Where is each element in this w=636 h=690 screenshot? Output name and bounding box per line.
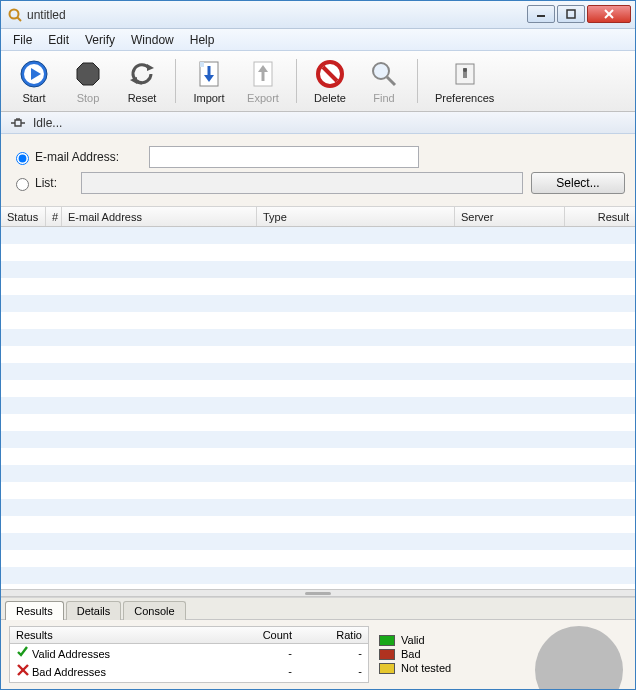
results-panel: Results Count Ratio Valid Addresses - - …	[1, 620, 635, 689]
table-row: Valid Addresses - -	[10, 644, 368, 662]
col-num[interactable]: #	[46, 207, 62, 226]
import-icon	[193, 58, 225, 90]
menu-file[interactable]: File	[5, 31, 40, 49]
app-icon	[7, 7, 23, 23]
maximize-button[interactable]	[557, 5, 585, 23]
window-buttons	[525, 5, 631, 25]
list-radio[interactable]	[16, 178, 29, 191]
delete-button[interactable]: Delete	[307, 55, 353, 107]
search-icon	[368, 58, 400, 90]
play-icon	[18, 58, 50, 90]
legend-not-tested: Not tested	[379, 662, 451, 674]
rt-head-count[interactable]: Count	[228, 627, 298, 643]
swatch-bad	[379, 649, 395, 660]
stop-label: Stop	[77, 92, 100, 104]
row-label: Bad Addresses	[32, 666, 106, 678]
connection-icon	[9, 116, 27, 130]
col-status[interactable]: Status	[1, 207, 46, 226]
stop-icon	[72, 58, 104, 90]
import-label: Import	[193, 92, 224, 104]
list-radio-text: List:	[35, 176, 57, 190]
row-count: -	[228, 646, 298, 660]
email-radio-label[interactable]: E-mail Address:	[11, 149, 131, 165]
preferences-label: Preferences	[435, 92, 494, 104]
swatch-not-tested	[379, 663, 395, 674]
reset-button[interactable]: Reset	[119, 55, 165, 107]
svg-marker-13	[200, 62, 204, 67]
grid-body[interactable]	[1, 227, 635, 589]
legend-bad: Bad	[379, 648, 451, 660]
svg-line-1	[18, 17, 22, 21]
tab-details[interactable]: Details	[66, 601, 122, 620]
col-email[interactable]: E-mail Address	[62, 207, 257, 226]
toolbar-separator	[296, 59, 297, 103]
menu-window[interactable]: Window	[123, 31, 182, 49]
list-input[interactable]	[81, 172, 523, 194]
status-bar: Idle...	[1, 112, 635, 134]
email-input[interactable]	[149, 146, 419, 168]
stop-button[interactable]: Stop	[65, 55, 111, 107]
svg-marker-10	[147, 64, 154, 71]
preferences-button[interactable]: Preferences	[428, 55, 501, 107]
row-label: Valid Addresses	[32, 648, 110, 660]
svg-point-21	[373, 63, 389, 79]
grid-header: Status # E-mail Address Type Server Resu…	[1, 207, 635, 227]
row-ratio: -	[298, 664, 368, 678]
legend-valid: Valid	[379, 634, 451, 646]
close-button[interactable]	[587, 5, 631, 23]
refresh-icon	[126, 58, 158, 90]
row-ratio: -	[298, 646, 368, 660]
find-button[interactable]: Find	[361, 55, 407, 107]
find-label: Find	[373, 92, 394, 104]
col-server[interactable]: Server	[455, 207, 565, 226]
grid-area: Status # E-mail Address Type Server Resu…	[1, 207, 635, 589]
export-button[interactable]: Export	[240, 55, 286, 107]
list-radio-label[interactable]: List:	[11, 175, 63, 191]
menu-bar: File Edit Verify Window Help	[1, 29, 635, 51]
cross-icon	[16, 664, 30, 676]
col-result[interactable]: Result	[565, 207, 635, 226]
reset-label: Reset	[128, 92, 157, 104]
row-count: -	[228, 664, 298, 678]
menu-edit[interactable]: Edit	[40, 31, 77, 49]
splitter[interactable]	[1, 589, 635, 597]
minimize-button[interactable]	[527, 5, 555, 23]
export-icon	[247, 58, 279, 90]
export-label: Export	[247, 92, 279, 104]
pie-chart	[535, 626, 623, 689]
menu-verify[interactable]: Verify	[77, 31, 123, 49]
col-type[interactable]: Type	[257, 207, 455, 226]
email-radio-text: E-mail Address:	[35, 150, 119, 164]
email-radio[interactable]	[16, 152, 29, 165]
rt-head-results[interactable]: Results	[10, 627, 228, 643]
start-label: Start	[22, 92, 45, 104]
bottom-panel: Results Details Console Results Count Ra…	[1, 597, 635, 689]
tab-console[interactable]: Console	[123, 601, 185, 620]
svg-point-0	[10, 9, 19, 18]
svg-point-25	[463, 68, 467, 72]
delete-icon	[314, 58, 346, 90]
check-icon	[16, 646, 30, 658]
svg-marker-9	[77, 63, 99, 85]
delete-label: Delete	[314, 92, 346, 104]
toolbar: Start Stop Reset Import Export Delete Fi…	[1, 51, 635, 112]
import-button[interactable]: Import	[186, 55, 232, 107]
swatch-valid	[379, 635, 395, 646]
rt-head-ratio[interactable]: Ratio	[298, 627, 368, 643]
tab-strip: Results Details Console	[1, 598, 635, 620]
title-bar: untitled	[1, 1, 635, 29]
tab-results[interactable]: Results	[5, 601, 64, 620]
toolbar-separator	[175, 59, 176, 103]
status-text: Idle...	[33, 116, 62, 130]
start-button[interactable]: Start	[11, 55, 57, 107]
table-row: Bad Addresses - -	[10, 662, 368, 680]
menu-help[interactable]: Help	[182, 31, 223, 49]
legend: Valid Bad Not tested	[379, 626, 451, 683]
results-table: Results Count Ratio Valid Addresses - - …	[9, 626, 369, 683]
app-window: untitled File Edit Verify Window Help St…	[0, 0, 636, 690]
select-button[interactable]: Select...	[531, 172, 625, 194]
svg-line-22	[387, 77, 395, 85]
preferences-icon	[449, 58, 481, 90]
toolbar-separator	[417, 59, 418, 103]
svg-rect-3	[567, 10, 575, 18]
